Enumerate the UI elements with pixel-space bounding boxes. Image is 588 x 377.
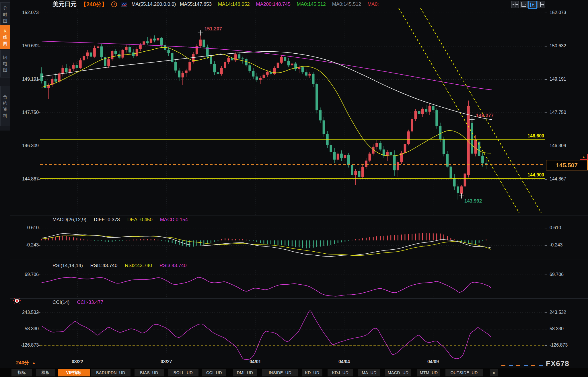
indicator-tab-15[interactable]: OUTSIDE_UD <box>445 369 483 376</box>
indicator-tab-3[interactable]: VIP指标 <box>58 369 90 376</box>
watermark: FX678 <box>546 359 569 368</box>
ma-values: MA55:147.653MA14:146.052MA200:148.745MA0… <box>180 1 379 7</box>
indicator-tab-13[interactable]: MACD_UD <box>385 369 411 376</box>
rsi-header: RSI(14,14,14) RSI1:43.740 RSI2:43.740 RS… <box>52 263 186 269</box>
annotation-price-label: 148.277 <box>476 113 494 118</box>
macd-macd-value: MACD:0.154 <box>160 217 188 223</box>
cci-title: CCI(14) <box>52 300 70 305</box>
price-axis-label: 149.191 <box>550 77 587 82</box>
add-compare-icon[interactable]: + <box>111 1 117 7</box>
symbol-title: 美元日元 <box>52 0 77 8</box>
price-axis-label: -126.873 <box>11 343 39 348</box>
price-axis-label: 243.532 <box>550 310 587 315</box>
annotation-price-label: 151.207 <box>205 26 222 32</box>
annotation-price-label: 143.992 <box>464 198 482 204</box>
macd-title: MACD(26,12,9) <box>52 217 86 223</box>
price-axis-label: 58.330 <box>550 326 587 331</box>
date-axis-label: 04/04 <box>333 359 356 364</box>
price-axis-label: 146.309 <box>11 143 39 148</box>
chart-style-icon[interactable] <box>121 2 127 7</box>
price-axis-label: 146.309 <box>550 143 587 148</box>
ma-value-label: MA14:146.052 <box>218 1 250 7</box>
crosshair-icon[interactable] <box>511 1 519 8</box>
indicator-tab-5[interactable]: BIAS_UD <box>135 369 164 376</box>
price-axis-label: 69.706 <box>550 272 587 277</box>
indicator-tab-4[interactable]: BARUPDN_UD <box>91 369 131 376</box>
rsi2-value: RSI2:43.740 <box>125 263 152 269</box>
axis-play-icon[interactable] <box>528 1 537 9</box>
indicator-tab-16[interactable]: » <box>490 369 498 376</box>
ma-value-label: MA55:147.653 <box>180 1 212 7</box>
interval-selector[interactable]: 240分 ▲ <box>16 359 36 366</box>
ma-value-label: MA200:148.745 <box>256 1 291 7</box>
trading-app: 分时图K线图闪电图合约资料 美元日元 【240分】 + MA(55,14,200… <box>0 0 588 377</box>
sidebar-tab-4[interactable]: 合约资料 <box>0 86 10 126</box>
current-price-box: 145.507 <box>546 160 588 170</box>
indicator-tab-2[interactable]: 模板 <box>36 369 55 376</box>
price-axis-label: 0.610 <box>550 225 587 230</box>
alert-sun-icon <box>16 300 18 302</box>
indicator-tab-11[interactable]: KDJ_UD <box>328 369 353 376</box>
date-axis-label: 04/09 <box>422 359 445 364</box>
ma-settings-label: MA(55,14,200,0,0,0) <box>131 1 176 7</box>
rsi1-value: RSI1:43.740 <box>90 263 118 269</box>
rsi3-value: RSI3:43.740 <box>159 263 187 269</box>
bar-arrow-icon[interactable] <box>538 1 545 8</box>
price-axis-label: 243.532 <box>11 310 39 315</box>
level-price-label: 146.600 <box>487 133 544 139</box>
price-axis-label: 58.330 <box>11 326 39 331</box>
price-axis-label: 147.750 <box>11 110 39 115</box>
indicator-tab-6[interactable]: BOLL_UD <box>168 369 198 376</box>
price-axis-label: 0.610 <box>11 225 39 230</box>
macd-diff-value: DIFF:-0.373 <box>94 217 120 223</box>
indicator-tab-7[interactable]: CCI_UD <box>202 369 226 376</box>
price-axis-label: 147.750 <box>550 110 587 115</box>
chart-type-sidebar: 分时图K线图闪电图合约资料 <box>0 0 10 131</box>
indicator-tabbar: 指标模板VIP指标BARUPDN_UDBIAS_UDBOLL_UDCCI_UDD… <box>0 368 588 377</box>
indicator-tab-10[interactable]: KD_UD <box>302 369 322 376</box>
current-price-value: 145.507 <box>556 162 578 169</box>
candlestick-chart[interactable] <box>0 0 588 377</box>
price-axis-label: 144.867 <box>550 176 587 182</box>
cci-header: CCI(14) CCI:-33.477 <box>52 300 103 305</box>
price-axis-label: -0.243 <box>11 242 39 248</box>
level-price-label: 144.900 <box>487 172 544 178</box>
indicator-tab-12[interactable]: MA_UD <box>358 369 380 376</box>
price-axis-label: 69.706 <box>11 272 39 277</box>
macd-dea-value: DEA:-0.450 <box>127 217 153 223</box>
date-axis-label: 03/27 <box>155 359 178 364</box>
ma-value-label: MA0:145.512 <box>297 1 326 7</box>
price-axis-label: -126.873 <box>550 343 587 348</box>
sidebar-tab-2[interactable]: K线图 <box>0 25 10 49</box>
indicator-tab-14[interactable]: MTM_UD <box>417 369 440 376</box>
price-axis-label: 149.191 <box>11 77 39 82</box>
period-badge[interactable]: 【240分】 <box>81 1 107 8</box>
ma-value-label: MA0:145.512 <box>332 1 361 7</box>
price-alert-icon[interactable]: ▲ <box>580 154 588 160</box>
axis-chart-icon[interactable] <box>520 1 527 8</box>
sidebar-tab-3[interactable]: 闪电图 <box>0 50 10 77</box>
indicator-tab-8[interactable]: DMI_UD <box>233 369 257 376</box>
price-axis-label: 152.073 <box>550 10 587 15</box>
cci-value: CCI:-33.477 <box>77 300 104 305</box>
chart-header: 美元日元 【240分】 + MA(55,14,200,0,0,0) MA55:1… <box>52 1 379 8</box>
indicator-tab-9[interactable]: INSIDE_UD <box>262 369 298 376</box>
macd-header: MACD(26,12,9) DIFF:-0.373 DEA:-0.450 MAC… <box>52 217 188 223</box>
price-axis-label: 152.073 <box>11 10 39 15</box>
date-axis-label: 04/01 <box>244 359 267 364</box>
price-axis-label: 150.632 <box>11 43 39 48</box>
rsi-title: RSI(14,14,14) <box>52 263 83 269</box>
ma-value-label: MA0: <box>367 1 379 7</box>
interval-up-icon: ▲ <box>32 361 36 365</box>
interval-label: 240分 <box>16 359 29 366</box>
price-axis-label: 150.632 <box>550 43 587 48</box>
indicator-tab-1[interactable]: 指标 <box>11 369 32 376</box>
chart-toolbar <box>511 1 545 9</box>
price-axis-label: -0.243 <box>550 242 587 248</box>
sidebar-tab-1[interactable]: 分时图 <box>0 2 10 27</box>
date-axis-label: 03/22 <box>66 359 89 364</box>
price-axis-label: 144.867 <box>11 176 39 182</box>
